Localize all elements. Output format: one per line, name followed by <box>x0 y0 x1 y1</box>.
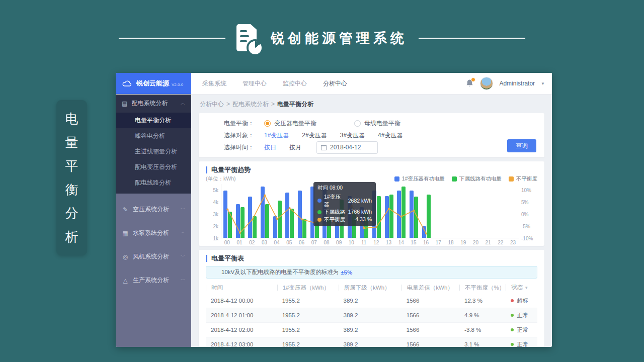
col-subordinate: 所属下级（kWh） <box>339 285 401 291</box>
nav-item-collect[interactable]: 采集系统 <box>202 79 226 88</box>
sidebar: ▤ 配电系统分析 ︿ 电量平衡分析 峰谷电分析 主进线需量分析 配电变压器分析 … <box>116 94 191 347</box>
table-row[interactable]: 2018-4-12 02:001955.2389.21566-3.8 %正常 <box>206 323 537 337</box>
date-picker[interactable]: 2018-04-12 <box>316 141 378 154</box>
triangle-icon: △ <box>122 277 129 284</box>
top-navbar: 锐创云能源 V2.0.0 采集系统 管理中心 监控中心 分析中心 Adminis… <box>116 73 552 94</box>
sidebar-group-label: 空压系统分析 <box>133 205 177 214</box>
slide-header: 锐创能源管理系统 <box>0 22 644 54</box>
sidebar-group-power-distribution: ▤ 配电系统分析 ︿ 电量平衡分析 峰谷电分析 主进线需量分析 配电变压器分析 … <box>116 94 191 194</box>
logo-text: 锐创云能源 <box>136 79 169 88</box>
table-cell-unbalance: 4.9 % <box>459 312 506 318</box>
x-axis-tick: 04 <box>271 240 283 245</box>
table-cell-subordinate: 389.2 <box>339 312 401 318</box>
object-transformer-1[interactable]: 1#变压器 <box>264 131 289 140</box>
document-report-icon <box>236 24 260 52</box>
query-button[interactable]: 查询 <box>507 139 536 152</box>
x-axis-tick: 10 <box>345 240 358 245</box>
sidebar-item-demand[interactable]: 主进线需量分析 <box>116 144 191 159</box>
slide: 锐创能源管理系统 电 量 平 衡 分 析 锐创云能源 V2.0.0 采集系统 管… <box>0 0 644 362</box>
table-cell-diff: 1566 <box>401 341 459 347</box>
x-axis-tick: 18 <box>445 240 457 245</box>
table-cell-subordinate: 389.2 <box>339 341 401 347</box>
x-axis-tick: 09 <box>333 240 345 245</box>
y-axis-tick: 1k <box>206 236 218 241</box>
table-row[interactable]: 2018-4-12 00:001955.2389.2156612.3 %超标 <box>206 294 537 308</box>
chart-x-axis: 0001020304050607080910111213141516171819… <box>221 240 519 245</box>
x-axis-tick: 19 <box>457 240 469 245</box>
x-axis-tick: 20 <box>469 240 482 245</box>
status-dot-icon <box>511 343 514 346</box>
col-status[interactable]: 状态▼ <box>506 284 537 291</box>
radio-selected-icon[interactable] <box>264 120 271 127</box>
col-time: 时间 <box>206 285 277 291</box>
sidebar-group-label: 水泵系统分析 <box>133 229 177 237</box>
grid-icon: ▦ <box>122 230 129 237</box>
notification-bell-icon[interactable] <box>466 79 474 88</box>
sidebar-group-water-pump[interactable]: ▦ 水泵系统分析 ﹀ <box>116 225 191 241</box>
nav-item-analysis[interactable]: 分析中心 <box>323 79 347 88</box>
tag-char: 电 <box>65 112 78 125</box>
object-transformer-2[interactable]: 2#变压器 <box>302 131 327 140</box>
col-transformer: 1#变压器（kWh） <box>277 285 339 291</box>
sidebar-group-header[interactable]: ▤ 配电系统分析 ︿ <box>116 94 191 113</box>
status-badge: 正常 <box>506 341 537 347</box>
col-unbalance: 不平衡度（%） <box>459 285 506 291</box>
app-logo[interactable]: 锐创云能源 V2.0.0 <box>116 73 191 94</box>
breadcrumb-item[interactable]: 分析中心 <box>200 101 224 108</box>
sidebar-item-line[interactable]: 配电线路分析 <box>116 175 191 191</box>
table-cell-subordinate: 389.2 <box>339 298 401 304</box>
legend-item-unbalance[interactable]: 不平衡度 <box>509 175 537 183</box>
table-cell-subordinate: 389.2 <box>339 327 401 333</box>
x-axis-tick: 08 <box>320 240 333 245</box>
legend-item-subordinate[interactable]: 下属线路有功电量 <box>452 175 502 183</box>
calendar-icon <box>321 145 327 150</box>
nav-item-manage[interactable]: 管理中心 <box>243 79 267 88</box>
breadcrumb-item[interactable]: 配电系统分析 <box>232 101 269 108</box>
y-axis-tick: 3k <box>206 212 218 217</box>
sidebar-group-label: 生产系统分析 <box>133 276 177 285</box>
sidebar-group-production[interactable]: △ 生产系统分析 ﹀ <box>116 273 191 288</box>
status-badge: 正常 <box>506 312 537 319</box>
tag-char: 衡 <box>65 183 78 196</box>
sidebar-group-label: 风机系统分析 <box>133 252 177 261</box>
right-axis-tick: -10% <box>521 236 536 241</box>
status-dot-icon <box>511 299 514 302</box>
time-mode-monthly[interactable]: 按月 <box>289 143 301 152</box>
nav-item-monitor[interactable]: 监控中心 <box>283 79 307 88</box>
radio-unselected-icon[interactable] <box>354 120 361 127</box>
y-axis-tick: 4k <box>206 200 218 205</box>
avatar[interactable] <box>480 77 493 90</box>
radio-bus-balance[interactable]: 母线电量平衡 <box>354 119 400 128</box>
time-mode-daily[interactable]: 按日 <box>264 143 276 152</box>
table-row[interactable]: 2018-4-12 03:001955.2389.215663.1 %正常 <box>206 337 537 347</box>
chevron-down-icon: ﹀ <box>181 253 185 260</box>
x-axis-tick: 05 <box>283 240 296 245</box>
nav-menu: 采集系统 管理中心 监控中心 分析中心 <box>202 79 347 88</box>
slide-title: 锐创能源管理系统 <box>271 29 408 47</box>
table-row[interactable]: 2018-4-12 01:001955.2389.215664.9 %正常 <box>206 308 537 323</box>
sidebar-group-fan[interactable]: ◎ 风机系统分析 ﹀ <box>116 249 191 264</box>
object-transformer-3[interactable]: 3#变压器 <box>340 131 365 140</box>
sidebar-item-transformer[interactable]: 配电变压器分析 <box>116 159 191 175</box>
notification-badge <box>471 77 475 82</box>
legend-item-transformer[interactable]: 1#变压器有功电量 <box>394 175 445 183</box>
status-badge: 超标 <box>506 297 537 305</box>
sidebar-item-balance-analysis[interactable]: 电量平衡分析 <box>116 113 191 128</box>
logo-version: V2.0.0 <box>172 82 183 87</box>
sidebar-item-peak-valley[interactable]: 峰谷电分析 <box>116 128 191 144</box>
edit-icon: ✎ <box>122 206 129 213</box>
filter-panel: 电量平衡： 变压器电量平衡 母线电量平衡 选择对象： 1#变压器 2#变压器 3… <box>199 113 544 157</box>
chart-plot-area[interactable]: 时间 08:00 1#变压器2682 kWh 下属线路1766 kWh 不平衡度… <box>221 184 519 238</box>
sidebar-group-air-compressor[interactable]: ✎ 空压系统分析 ﹀ <box>116 202 191 217</box>
tag-char: 平 <box>65 159 78 172</box>
table-cell-time: 2018-4-12 03:00 <box>206 341 277 347</box>
radio-transformer-balance[interactable]: 变压器电量平衡 <box>264 119 316 128</box>
navbar-right: Administrator ▼ <box>466 77 552 90</box>
chevron-down-icon[interactable]: ▼ <box>541 81 545 86</box>
user-name[interactable]: Administrator <box>499 80 535 87</box>
y-axis-tick: 2k <box>206 224 218 229</box>
x-axis-tick: 02 <box>246 240 258 245</box>
object-transformer-4[interactable]: 4#变压器 <box>378 131 403 140</box>
table-cell-unbalance: 3.1 % <box>459 341 506 347</box>
x-axis-tick: 16 <box>420 240 432 245</box>
